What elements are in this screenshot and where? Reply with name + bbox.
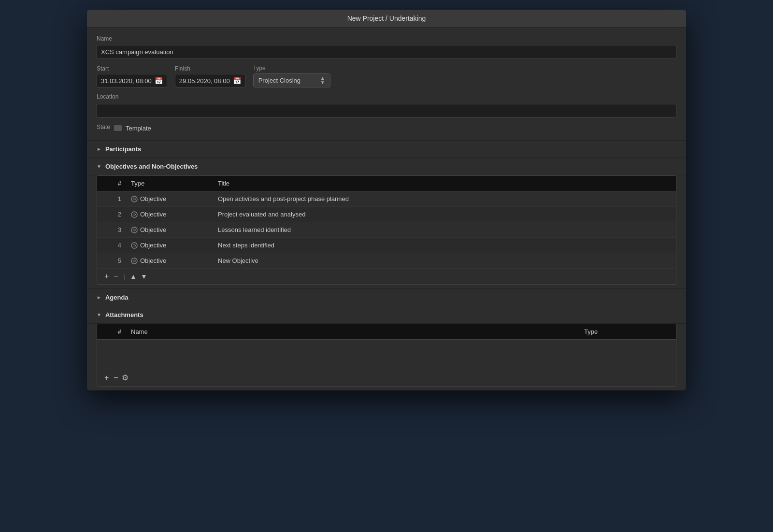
objectives-row-num: 5 xyxy=(97,253,126,268)
objective-icon xyxy=(131,196,138,202)
start-calendar-icon[interactable]: 📅 xyxy=(155,77,163,85)
svg-point-4 xyxy=(131,258,137,264)
finish-group: Finish 29.05.2020, 08:00 📅 xyxy=(175,65,245,87)
state-row: State Template xyxy=(97,124,676,132)
start-label: Start xyxy=(97,65,167,72)
objectives-col-title: Title xyxy=(213,176,676,191)
objectives-table-body: 1 Objective Open activities and post-pro… xyxy=(97,191,676,268)
attachments-toolbar: + − ⚙ xyxy=(97,369,676,386)
attachments-table-body xyxy=(97,340,676,369)
objectives-col-num: # xyxy=(97,176,126,191)
participants-section-header[interactable]: ► Participants xyxy=(87,140,686,158)
location-label: Location xyxy=(97,93,676,100)
objectives-table-row[interactable]: 5 Objective New Objective xyxy=(97,253,676,268)
participants-section-title: Participants xyxy=(105,145,141,153)
agenda-triangle-icon: ► xyxy=(97,295,101,300)
attachments-col-type: Type xyxy=(579,324,676,339)
name-label: Name xyxy=(97,35,676,42)
finish-date-value: 29.05.2020, 08:00 xyxy=(179,77,230,85)
finish-date-field[interactable]: 29.05.2020, 08:00 📅 xyxy=(175,74,245,87)
finish-label: Finish xyxy=(175,65,245,72)
name-field-wrapper xyxy=(97,45,676,59)
start-date-value: 31.03.2020, 08:00 xyxy=(101,77,152,85)
objectives-row-num: 2 xyxy=(97,207,126,222)
objective-icon xyxy=(131,258,138,264)
window-title: New Project / Undertaking xyxy=(347,14,426,22)
date-type-row: Start 31.03.2020, 08:00 📅 Finish 29.05.2… xyxy=(97,65,676,87)
finish-calendar-icon[interactable]: 📅 xyxy=(233,77,241,85)
objectives-row-title: Lessons learned identified xyxy=(213,222,676,237)
objectives-table-row[interactable]: 2 Objective Project evaluated and analys… xyxy=(97,207,676,222)
objectives-row-type: Objective xyxy=(126,222,213,237)
objectives-table: # Type Title 1 Objective Open activities… xyxy=(97,175,676,285)
objective-icon xyxy=(131,242,138,249)
attachments-col-name: Name xyxy=(126,324,579,339)
objectives-table-row[interactable]: 3 Objective Lessons learned identified xyxy=(97,222,676,238)
svg-point-3 xyxy=(131,243,137,248)
type-value: Project Closing xyxy=(258,77,301,84)
objectives-row-num: 1 xyxy=(97,191,126,206)
type-arrows-icon: ▲ ▼ xyxy=(320,76,325,85)
agenda-section-header[interactable]: ► Agenda xyxy=(87,288,686,306)
state-icon xyxy=(114,125,122,131)
attachments-add-button[interactable]: + xyxy=(103,374,110,382)
objectives-col-type: Type xyxy=(126,176,213,191)
svg-point-1 xyxy=(131,212,137,217)
objectives-row-num: 4 xyxy=(97,238,126,253)
attachments-settings-icon[interactable]: ⚙ xyxy=(122,373,129,382)
objectives-row-type: Objective xyxy=(126,207,213,222)
objectives-move-down-button[interactable]: ▼ xyxy=(140,273,148,280)
state-label: State xyxy=(97,124,110,130)
attachments-section-title: Attachments xyxy=(105,311,143,318)
attachments-triangle-icon: ▼ xyxy=(97,312,101,317)
state-value: Template xyxy=(126,125,151,132)
objectives-toolbar: + − | ▲ ▼ xyxy=(97,268,676,284)
objectives-triangle-icon: ▼ xyxy=(97,164,101,169)
type-select[interactable]: Project Closing ▲ ▼ xyxy=(253,73,330,87)
type-group: Type Project Closing ▲ ▼ xyxy=(253,65,330,87)
start-group: Start 31.03.2020, 08:00 📅 xyxy=(97,65,167,87)
objectives-section-header[interactable]: ▼ Objectives and Non-Objectives xyxy=(87,158,686,175)
objectives-table-row[interactable]: 4 Objective Next steps identified xyxy=(97,238,676,253)
objectives-move-up-button[interactable]: ▲ xyxy=(129,273,138,280)
objective-icon xyxy=(131,227,138,233)
objectives-row-title: Next steps identified xyxy=(213,238,676,253)
objectives-toolbar-divider: | xyxy=(124,273,125,280)
svg-point-0 xyxy=(131,196,137,202)
main-window: New Project / Undertaking Name Start 31.… xyxy=(87,10,686,390)
objectives-section-title: Objectives and Non-Objectives xyxy=(105,163,198,170)
objectives-row-type: Objective xyxy=(126,191,213,206)
svg-point-2 xyxy=(131,227,137,233)
objectives-row-title: Project evaluated and analysed xyxy=(213,207,676,222)
objectives-remove-button[interactable]: − xyxy=(112,273,119,280)
objectives-row-num: 3 xyxy=(97,222,126,237)
objectives-add-button[interactable]: + xyxy=(103,273,110,280)
attachments-table-header: # Name Type xyxy=(97,324,676,340)
title-bar: New Project / Undertaking xyxy=(87,10,686,28)
form-area: Name Start 31.03.2020, 08:00 📅 Finish 29… xyxy=(87,28,686,140)
location-wrapper: Location xyxy=(97,93,676,118)
agenda-section-title: Agenda xyxy=(105,294,129,301)
attachments-remove-button[interactable]: − xyxy=(112,374,119,382)
attachments-col-num: # xyxy=(97,324,126,339)
objectives-table-row[interactable]: 1 Objective Open activities and post-pro… xyxy=(97,191,676,207)
objectives-row-title: Open activities and post-project phase p… xyxy=(213,191,676,206)
name-input[interactable] xyxy=(97,45,676,59)
attachments-table: # Name Type + − ⚙ xyxy=(97,324,676,387)
objectives-row-type: Objective xyxy=(126,238,213,253)
participants-triangle-icon: ► xyxy=(97,146,101,152)
objectives-row-title: New Objective xyxy=(213,253,676,268)
location-input[interactable] xyxy=(97,104,676,118)
start-date-field[interactable]: 31.03.2020, 08:00 📅 xyxy=(97,74,167,87)
objectives-row-type: Objective xyxy=(126,253,213,268)
type-label: Type xyxy=(253,65,330,72)
attachments-section-header[interactable]: ▼ Attachments xyxy=(87,306,686,324)
objective-icon xyxy=(131,211,138,218)
objectives-table-header: # Type Title xyxy=(97,176,676,191)
